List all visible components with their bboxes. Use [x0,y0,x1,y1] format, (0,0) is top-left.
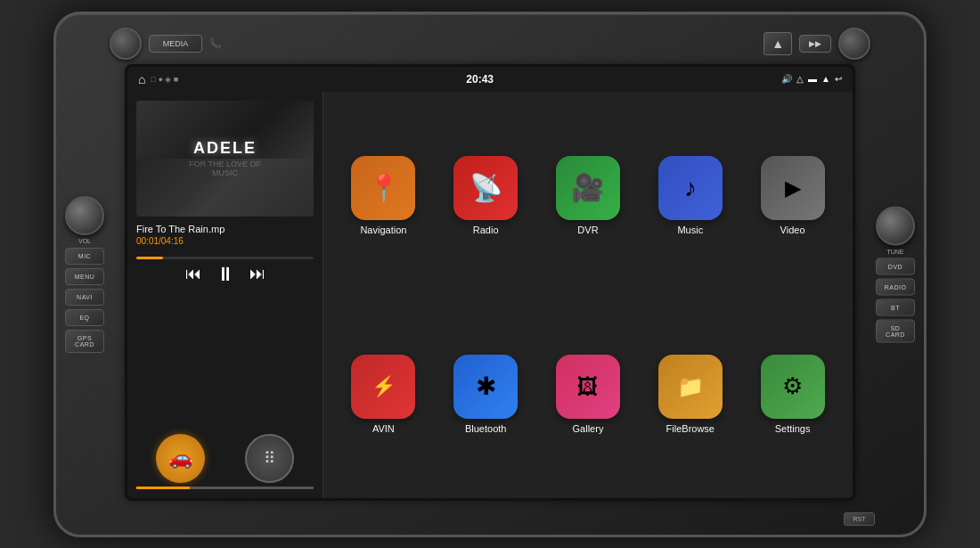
filebrowser-icon: 📁 [658,355,723,419]
music-icon: ♪ [658,156,723,220]
vol-knob-area: VOL [65,196,104,244]
vol-label: VOL [78,238,91,244]
mic-button[interactable]: MIC [65,248,104,265]
bluetooth-icon: ✱ [453,355,518,419]
top-left-controls: MEDIA 📞 [110,28,222,60]
app-settings[interactable]: ⚙ Settings [753,355,833,434]
app-navigation[interactable]: 📍 Navigation [343,156,423,235]
app-radio[interactable]: 📡 Radio [445,156,526,235]
video-icon: ▶ [761,156,825,220]
navigation-icon: 📍 [351,156,415,220]
pause-button[interactable]: ⏸ [216,263,235,286]
android-indicators: □ ● ◈ ■ [151,75,178,84]
radio-side-button[interactable]: RADIO [876,278,915,295]
avin-label: AVIN [372,423,395,434]
app-row-2: ⚡ AVIN ✱ Bluetooth 🖼 Gallery 📁 FileBrows… [332,299,844,489]
dvd-button[interactable]: DVD [876,258,915,274]
status-right: 🔊 △ ▬ ▲ ↩ [781,74,842,84]
track-name: Fire To The Rain.mp [136,224,314,234]
wifi-icon: ▲ [821,74,830,84]
radio-label: Radio [473,225,499,235]
tune-knob[interactable] [876,206,915,245]
head-unit: MEDIA 📞 ▲ ▶▶ VOL MIC MENU NAVI EQ GPS CA… [53,12,927,537]
gallery-icon: 🖼 [556,355,620,419]
app-video[interactable]: ▶ Video [753,156,833,235]
gallery-label: Gallery [573,423,604,434]
bt-button[interactable]: BT [876,299,915,315]
filebrowser-label: FileBrowse [666,423,715,434]
left-knob[interactable] [110,28,142,60]
back-icon[interactable]: ↩ [835,74,842,84]
album-art-inner: ADELE FOR THE LOVE OF MUSIC [136,101,314,217]
settings-icon: ⚙ [761,355,825,419]
music-label: Music [677,225,703,235]
app-dvr[interactable]: 🎥 DVR [548,156,628,235]
album-art: ADELE FOR THE LOVE OF MUSIC [136,101,314,217]
navigation-label: Navigation [360,225,406,235]
signal-icon: ▬ [808,74,817,84]
car-icon[interactable]: 🚗 [156,434,205,483]
tune-label: TUNE [886,248,903,254]
eq-button[interactable]: EQ [65,309,104,326]
skip-button[interactable]: ▶▶ [799,35,831,53]
app-row-1: 📍 Navigation 📡 Radio 🎥 DVR ♪ Music [332,101,844,290]
tune-knob-area: TUNE [876,206,915,254]
app-grid: 📍 Navigation 📡 Radio 🎥 DVR ♪ Music [323,92,853,498]
phone-icon: 📞 [209,37,222,49]
navi-button[interactable]: NAVI [65,289,104,306]
sd-button[interactable]: SD CARD [876,319,915,342]
app-bluetooth[interactable]: ✱ Bluetooth [445,355,526,434]
avin-icon: ⚡ [351,355,415,419]
bottom-icons: 🚗 ⠿ [136,434,314,483]
progress-bar[interactable] [136,257,314,259]
player-controls: ⏮ ⏸ ⏭ [136,263,314,286]
status-bar: ⌂ □ ● ◈ ■ 20:43 🔊 △ ▬ ▲ ↩ [127,67,853,92]
volume-icon: △ [796,74,804,84]
progress-indicator [136,487,314,489]
dvr-label: DVR [577,225,598,235]
media-button[interactable]: MEDIA [149,35,202,53]
music-panel: ADELE FOR THE LOVE OF MUSIC Fire To The … [127,92,323,498]
app-gallery[interactable]: 🖼 Gallery [548,355,628,434]
right-knob[interactable] [838,28,870,60]
app-music[interactable]: ♪ Music [650,156,731,235]
menu-button[interactable]: MENU [65,268,104,285]
rst-area: RST [844,512,875,526]
vol-knob[interactable] [65,196,104,235]
track-time: 00:01/04:16 [136,236,314,246]
side-buttons-left: VOL MIC MENU NAVI EQ GPS CARD [65,196,104,353]
grid-icon[interactable]: ⠿ [245,434,294,483]
app-avin[interactable]: ⚡ AVIN [343,355,423,434]
dvr-icon: 🎥 [556,156,620,220]
settings-label: Settings [775,423,811,434]
battery-icon: 🔊 [781,74,792,84]
progress-fill [136,257,163,259]
screen-content: ADELE FOR THE LOVE OF MUSIC Fire To The … [127,92,853,498]
radio-icon: 📡 [453,156,518,220]
gps-button[interactable]: GPS CARD [65,330,104,353]
main-screen: ⌂ □ ● ◈ ■ 20:43 🔊 △ ▬ ▲ ↩ ADELE FOR THE … [125,64,855,501]
top-right-controls: ▲ ▶▶ [764,28,870,60]
album-artist: ADELE [193,139,257,158]
video-label: Video [780,225,805,235]
status-left: ⌂ □ ● ◈ ■ [138,72,178,86]
home-icon[interactable]: ⌂ [138,72,145,86]
app-filebrowser[interactable]: 📁 FileBrowse [650,355,731,434]
eject-button[interactable]: ▲ [764,32,792,55]
top-bar: MEDIA 📞 ▲ ▶▶ [56,21,924,66]
next-button[interactable]: ⏭ [249,265,265,283]
status-time: 20:43 [466,73,494,86]
rst-button[interactable]: RST [844,512,875,526]
bluetooth-label: Bluetooth [465,423,506,434]
side-buttons-right: TUNE DVD RADIO BT SD CARD [876,206,915,342]
prev-button[interactable]: ⏮ [185,265,201,283]
